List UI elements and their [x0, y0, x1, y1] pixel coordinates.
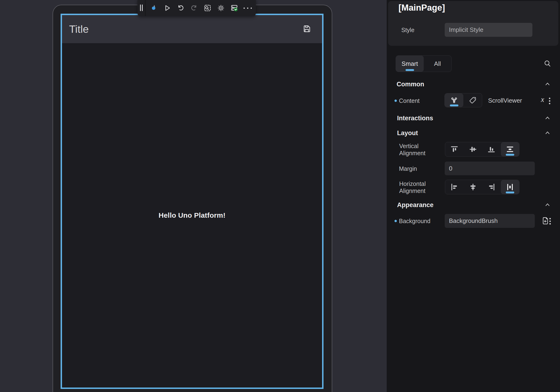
content-label: Content [399, 97, 420, 104]
background-field[interactable]: BackgroundBrush [445, 214, 535, 228]
margin-field[interactable]: 0 [445, 161, 535, 175]
collapse-chevron-layout[interactable] [544, 131, 551, 135]
halign-center-button[interactable] [464, 180, 482, 194]
more-kebab-icon[interactable] [243, 3, 253, 13]
tab-selected-indicator [406, 69, 414, 71]
section-interactions: Interactions [397, 115, 433, 122]
vertical-alignment-toggle [445, 142, 520, 157]
valign-stretch-button[interactable] [501, 142, 520, 156]
content-kebab-icon[interactable] [549, 96, 550, 105]
valign-bottom-button[interactable] [482, 142, 501, 156]
app-titlebar[interactable]: Title [62, 15, 322, 43]
hot-design-toolbar [138, 0, 256, 16]
vertical-alignment-label: Vertical Alignment [399, 142, 425, 157]
style-field[interactable]: Implicit Style [445, 23, 532, 37]
search-icon[interactable] [543, 59, 552, 69]
toggle-selected-indicator [506, 191, 514, 193]
app-content-area[interactable]: Hello Uno Platform! [62, 43, 322, 388]
halign-stretch-button[interactable] [501, 180, 520, 194]
hello-text: Hello Uno Platform! [159, 211, 226, 219]
undo-icon[interactable] [175, 3, 186, 13]
margin-label: Margin [399, 165, 417, 172]
runtime-status-icon[interactable] [229, 3, 240, 13]
play-icon[interactable] [162, 3, 172, 13]
horizontal-alignment-label: Horizontal Alignment [399, 180, 426, 194]
background-label: Background [399, 218, 430, 224]
valign-center-button[interactable] [464, 142, 482, 156]
binding-x-icon[interactable]: x [541, 95, 544, 104]
collapse-chevron-appearance[interactable] [544, 202, 551, 207]
valign-top-button[interactable] [445, 142, 464, 156]
halign-left-button[interactable] [445, 180, 464, 194]
resource-document-arrow-icon[interactable] [540, 216, 550, 227]
margin-value: 0 [449, 165, 452, 172]
toggle-selected-indicator [450, 104, 458, 106]
background-value: BackgroundBrush [449, 217, 498, 224]
collapse-chevron-interactions[interactable] [544, 116, 551, 120]
halign-right-button[interactable] [482, 180, 501, 194]
toggle-selected-indicator [506, 154, 514, 156]
toolbar-drag-handle[interactable] [138, 0, 145, 16]
content-value: ScrollViewer [488, 97, 522, 104]
redo-icon[interactable] [189, 3, 199, 13]
section-common: Common [397, 81, 424, 88]
theme-brightness-icon[interactable] [216, 3, 226, 13]
inspector-panel: [MainPage] Style Implicit Style Smart Al… [387, 0, 560, 392]
selected-element-name: [MainPage] [399, 3, 445, 13]
collapse-chevron-common[interactable] [544, 82, 551, 86]
section-appearance: Appearance [397, 201, 434, 209]
page-title: Title [69, 23, 89, 35]
selected-page-outline[interactable]: Title Hello Uno Platform! [60, 14, 323, 389]
content-mode-toggle [444, 93, 482, 107]
save-icon[interactable] [302, 24, 311, 34]
content-tag-toggle[interactable] [463, 93, 482, 107]
background-kebab-icon[interactable] [549, 217, 551, 226]
style-label: Style [401, 27, 415, 33]
property-tabbar: Smart All [396, 55, 451, 72]
modified-dot-background [394, 220, 397, 222]
tab-smart[interactable]: Smart [396, 56, 424, 72]
hot-design-workspace: Title Hello Uno Platform! [0, 0, 560, 392]
content-hierarchy-toggle[interactable] [445, 93, 463, 107]
modified-dot-content [394, 100, 397, 102]
section-layout: Layout [397, 130, 418, 137]
element-picker-icon[interactable] [202, 3, 213, 13]
uno-flame-icon[interactable] [149, 3, 159, 13]
selection-header-card: [MainPage] Style Implicit Style [388, 1, 558, 46]
tab-all[interactable]: All [424, 56, 451, 72]
horizontal-alignment-toggle [445, 180, 520, 194]
style-value: Implicit Style [449, 26, 483, 33]
